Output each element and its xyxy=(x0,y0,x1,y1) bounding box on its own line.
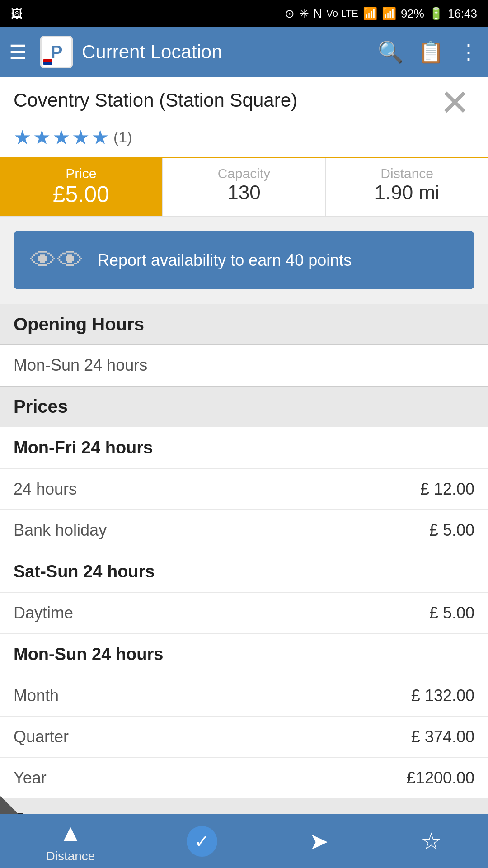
tab-price[interactable]: Price £5.00 xyxy=(0,158,163,216)
logo-letter: P xyxy=(51,43,63,61)
distance-icon: ▲ xyxy=(59,819,82,846)
logo-flag xyxy=(43,59,52,65)
rating-row: ★ ★ ★ ★ ★ (1) xyxy=(0,126,488,157)
star-outline-icon: ☆ xyxy=(421,828,442,855)
price-group-monfri: Mon-Fri 24 hours xyxy=(0,427,488,469)
star-3: ★ xyxy=(52,126,70,149)
report-availability-banner[interactable]: 👁👁 Report availability to earn 40 points xyxy=(14,231,474,289)
bottom-nav-directions[interactable]: ➤ xyxy=(309,828,329,855)
location-card: Coventry Station (Station Square) ✕ ★ ★ … xyxy=(0,77,488,217)
battery-icon: 🔋 xyxy=(429,7,443,21)
app-logo: P xyxy=(40,36,73,68)
price-value-quarter: £ 374.00 xyxy=(411,727,474,746)
star-1: ★ xyxy=(14,126,31,149)
price-row-24hours: 24 hours £ 12.00 xyxy=(0,469,488,510)
more-options-button[interactable]: ⋮ xyxy=(458,40,479,64)
tab-distance-label: Distance xyxy=(330,166,483,181)
price-value-month: £ 132.00 xyxy=(411,686,474,705)
tab-price-label: Price xyxy=(5,166,158,181)
signal-icon: 📶 xyxy=(382,7,396,21)
bluetooth-icon: ✳ xyxy=(299,7,309,21)
price-group-monsun: Mon-Sun 24 hours xyxy=(0,634,488,675)
lte-icon: Vo LTE xyxy=(326,8,358,19)
price-value-24hours: £ 12.00 xyxy=(420,480,474,499)
prices-header: Prices xyxy=(0,386,488,427)
price-value-daytime: £ 5.00 xyxy=(429,604,474,623)
location-name: Coventry Station (Station Square) xyxy=(14,90,440,111)
bottom-navigation: ▲ Distance ✓ ➤ ☆ xyxy=(0,814,488,868)
price-group-satsun: Sat-Sun 24 hours xyxy=(0,551,488,593)
tab-distance[interactable]: Distance 1.90 mi xyxy=(326,158,488,216)
wifi-icon: 📶 xyxy=(363,7,377,21)
price-label-year: Year xyxy=(14,769,47,788)
price-value-year: £1200.00 xyxy=(407,769,474,788)
binoculars-icon: 👁👁 xyxy=(30,245,84,276)
price-label-daytime: Daytime xyxy=(14,604,73,623)
status-photo-icon: 🖼 xyxy=(11,7,23,21)
tab-distance-value: 1.90 mi xyxy=(330,181,483,204)
tab-capacity[interactable]: Capacity 130 xyxy=(163,158,326,216)
price-label-month: Month xyxy=(14,686,59,705)
clock: 16:43 xyxy=(448,7,477,21)
tab-capacity-label: Capacity xyxy=(168,166,321,181)
opening-hours-row: Mon-Sun 24 hours xyxy=(0,345,488,386)
nfc-icon: N xyxy=(314,7,322,21)
star-rating: ★ ★ ★ ★ ★ xyxy=(14,126,109,149)
close-button[interactable]: ✕ xyxy=(440,85,470,121)
location-indicator xyxy=(0,796,18,814)
price-label-24hours: 24 hours xyxy=(14,480,77,499)
price-row-month: Month £ 132.00 xyxy=(0,675,488,717)
star-2: ★ xyxy=(33,126,51,149)
price-row-daytime: Daytime £ 5.00 xyxy=(0,593,488,634)
price-row-bankholiday: Bank holiday £ 5.00 xyxy=(0,510,488,551)
info-tabs: Price £5.00 Capacity 130 Distance 1.90 m… xyxy=(0,157,488,216)
opening-hours-header: Opening Hours xyxy=(0,304,488,345)
nav-actions: 🔍 📋 ⋮ xyxy=(378,40,479,64)
price-label-bankholiday: Bank holiday xyxy=(14,521,107,540)
price-row-quarter: Quarter £ 374.00 xyxy=(0,717,488,758)
review-count: (1) xyxy=(113,128,132,146)
battery-level: 92% xyxy=(401,7,424,21)
status-icons: ⊙ ✳ N Vo LTE 📶 📶 92% 🔋 16:43 xyxy=(285,7,477,21)
bottom-nav-favorite[interactable]: ☆ xyxy=(421,828,442,855)
price-label-quarter: Quarter xyxy=(14,727,69,746)
star-4: ★ xyxy=(72,126,89,149)
directions-icon: ➤ xyxy=(309,828,329,855)
tab-price-value: £5.00 xyxy=(5,181,158,208)
card-header: Coventry Station (Station Square) ✕ xyxy=(0,77,488,126)
navbar: ☰ P Current Location 🔍 📋 ⋮ xyxy=(0,27,488,77)
tab-capacity-value: 130 xyxy=(168,181,321,204)
bottom-nav-distance[interactable]: ▲ Distance xyxy=(46,819,95,863)
bottom-nav-distance-label: Distance xyxy=(46,849,95,863)
star-5: ★ xyxy=(91,126,109,149)
location-icon: ⊙ xyxy=(285,7,295,21)
bottom-nav-check[interactable]: ✓ xyxy=(187,826,217,857)
check-icon: ✓ xyxy=(187,826,217,857)
price-group-satsun-label: Sat-Sun 24 hours xyxy=(14,562,155,581)
opening-hours-value: Mon-Sun 24 hours xyxy=(14,356,147,375)
status-bar: 🖼 ⊙ ✳ N Vo LTE 📶 📶 92% 🔋 16:43 xyxy=(0,0,488,27)
price-row-year: Year £1200.00 xyxy=(0,758,488,799)
list-view-button[interactable]: 📋 xyxy=(418,40,444,64)
price-value-bankholiday: £ 5.00 xyxy=(429,521,474,540)
search-button[interactable]: 🔍 xyxy=(378,40,404,64)
hamburger-menu-button[interactable]: ☰ xyxy=(9,41,27,64)
price-group-monsun-label: Mon-Sun 24 hours xyxy=(14,645,163,664)
report-text: Report availability to earn 40 points xyxy=(98,251,352,270)
navbar-title: Current Location xyxy=(82,41,369,63)
price-group-monfri-label: Mon-Fri 24 hours xyxy=(14,438,153,458)
